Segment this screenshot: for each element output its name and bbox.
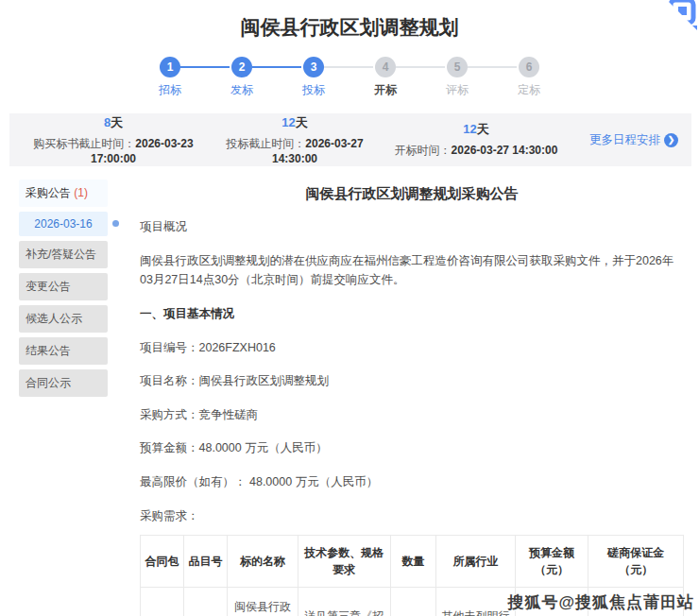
cell-item-no: 1-1 bbox=[184, 588, 228, 616]
header-contract-pkg: 合同包 bbox=[141, 536, 184, 588]
step-fabiao: 2 发标 bbox=[206, 57, 278, 98]
cell-tech-spec: 详见第三章《招标内容及要求》 bbox=[298, 588, 390, 616]
page-title: 闽侯县行政区划调整规划 bbox=[0, 0, 699, 41]
deadline-text: 开标时间：2026-03-27 14:30:00 bbox=[385, 143, 567, 159]
step-label: 定标 bbox=[493, 82, 565, 98]
deadline-bar: 8天 购买标书截止时间：2026-03-23 17:00:00 12天 投标截止… bbox=[9, 113, 691, 166]
overview-label: 项目概况 bbox=[140, 217, 684, 237]
more-schedule-link[interactable]: 更多日程安排 ❯ bbox=[567, 132, 678, 148]
chevron-right-icon: ❯ bbox=[664, 133, 678, 147]
progress-stepper: 1 招标 2 发标 3 投标 4 开标 5 评标 6 定标 bbox=[0, 57, 699, 98]
days-remaining: 12天 bbox=[204, 114, 385, 131]
sidebar-item-contract-publicity[interactable]: 合同公示 bbox=[19, 369, 108, 397]
sidebar-item-procurement-notice[interactable]: 采购公告 (1) bbox=[19, 180, 108, 207]
step-label: 开标 bbox=[350, 82, 421, 98]
cell-subject-name: 闽侯县行政区划调整规划 bbox=[228, 588, 298, 616]
qr-logo-icon bbox=[656, 0, 699, 38]
sidebar: 采购公告 (1) 2026-03-16 补充/答疑公告 变更公告 候选人公示 结… bbox=[19, 180, 108, 616]
header-item-no: 品目号 bbox=[184, 536, 228, 588]
section1-title: 一、项目基本情况 bbox=[140, 304, 684, 324]
step-kaibiao: 4 开标 bbox=[350, 57, 421, 98]
step-circle: 2 bbox=[231, 57, 252, 77]
field-procure-method: 采购方式：竞争性磋商 bbox=[140, 405, 684, 425]
deadline-item-buy: 8天 购买标书截止时间：2026-03-23 17:00:00 bbox=[23, 114, 204, 165]
notice-count-badge: (1) bbox=[74, 186, 88, 199]
main-area: 采购公告 (1) 2026-03-16 补充/答疑公告 变更公告 候选人公示 结… bbox=[19, 180, 691, 616]
active-dot-icon bbox=[112, 220, 119, 227]
field-max-price: 最高限价（如有）： 48.0000 万元（人民币） bbox=[140, 472, 684, 492]
step-pingbiao: 5 评标 bbox=[421, 57, 493, 98]
announcement-title: 闽侯县行政区划调整规划采购公告 bbox=[140, 185, 684, 203]
header-quantity: 数量 bbox=[390, 536, 436, 588]
deadline-item-open: 12天 开标时间：2026-03-27 14:30:00 bbox=[385, 121, 567, 159]
field-project-no: 项目编号：2026FZXH016 bbox=[140, 338, 684, 358]
step-label: 招标 bbox=[134, 82, 206, 98]
cell-quantity: 1项 bbox=[390, 588, 436, 616]
step-dingbiao: 6 定标 bbox=[493, 57, 565, 98]
table-header-row: 合同包 品目号 标的名称 技术参数、规格要求 数量 所属行业 预算金额（元） 磋… bbox=[141, 536, 684, 588]
sohu-watermark: 搜狐号@搜狐焦点莆田站 bbox=[507, 591, 694, 613]
sidebar-item-change-notice[interactable]: 变更公告 bbox=[19, 273, 108, 300]
sidebar-item-result-notice[interactable]: 结果公告 bbox=[19, 337, 108, 365]
sidebar-item-candidate-publicity[interactable]: 候选人公示 bbox=[19, 305, 108, 333]
days-remaining: 12天 bbox=[385, 121, 567, 138]
step-circle: 5 bbox=[447, 57, 468, 77]
step-label: 发标 bbox=[206, 82, 278, 98]
step-circle: 4 bbox=[375, 57, 396, 77]
header-industry: 所属行业 bbox=[436, 536, 515, 588]
header-deposit: 磋商保证金（元） bbox=[588, 536, 684, 588]
field-project-name: 项目名称：闽侯县行政区划调整规划 bbox=[140, 371, 684, 391]
sidebar-item-supplement-notice[interactable]: 补充/答疑公告 bbox=[19, 241, 108, 268]
cell-industry: 其他未列明行业 bbox=[436, 588, 515, 616]
step-label: 投标 bbox=[278, 82, 350, 98]
deadline-item-bid: 12天 投标截止时间：2026-03-27 14:30:00 bbox=[204, 114, 385, 165]
step-zhaobiao: 1 招标 bbox=[134, 57, 206, 98]
field-requirement-label: 采购需求： bbox=[140, 506, 684, 526]
deadline-text: 投标截止时间：2026-03-27 14:30:00 bbox=[204, 136, 385, 165]
step-circle: 1 bbox=[160, 57, 180, 77]
days-remaining: 8天 bbox=[23, 114, 204, 131]
overview-text: 闽侯县行政区划调整规划的潜在供应商应在福州信豪工程造价咨询有限公司获取采购文件，… bbox=[140, 251, 684, 290]
step-toubiao: 3 投标 bbox=[278, 57, 350, 98]
sidebar-item-notice-date[interactable]: 2026-03-16 bbox=[19, 212, 108, 236]
deadline-text: 购买标书截止时间：2026-03-23 17:00:00 bbox=[23, 136, 204, 165]
field-budget: 预算金额：48.0000 万元（人民币） bbox=[140, 438, 684, 458]
header-budget: 预算金额（元） bbox=[515, 536, 588, 588]
step-label: 评标 bbox=[421, 82, 493, 98]
step-circle: 3 bbox=[303, 57, 324, 77]
header-subject-name: 标的名称 bbox=[228, 536, 298, 588]
announcement-content: 闽侯县行政区划调整规划采购公告 项目概况 闽侯县行政区划调整规划的潜在供应商应在… bbox=[140, 180, 691, 616]
cell-contract-pkg: 1 bbox=[141, 588, 184, 616]
header-tech-spec: 技术参数、规格要求 bbox=[298, 536, 390, 588]
step-circle: 6 bbox=[519, 57, 539, 77]
